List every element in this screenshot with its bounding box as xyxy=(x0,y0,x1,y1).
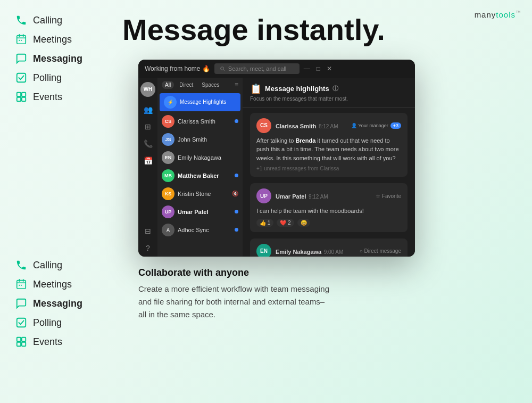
msg-time-clarissa: 8:12 AM xyxy=(319,124,338,129)
message-from-clarissa: CS Clarissa Smith 8:12 AM 👤 Your manager… xyxy=(256,118,401,133)
svg-rect-15 xyxy=(22,342,26,346)
avatar-kristin: KS xyxy=(162,187,174,200)
chat-name-john: John Smith xyxy=(178,136,238,143)
events-icon-top xyxy=(15,91,28,103)
window-controls[interactable]: — □ ✕ xyxy=(304,65,332,72)
checkbox-icon-top xyxy=(15,71,28,84)
messages-container: CS Clarissa Smith 8:12 AM 👤 Your manager… xyxy=(243,108,415,257)
avatar-emily: EN xyxy=(162,151,174,164)
avatar-umar: UP xyxy=(162,205,174,218)
calendar-app-icon[interactable]: 📅 xyxy=(144,157,153,165)
message-panel: 📋 Message highlights ⓘ Focus on the mess… xyxy=(243,78,415,257)
phone-icon xyxy=(15,14,28,27)
chat-item-umar[interactable]: UP Umar Patel xyxy=(157,203,243,221)
reaction-thumbs-umar[interactable]: 👍 1 xyxy=(256,219,273,227)
tab-spaces[interactable]: Spaces xyxy=(198,81,222,89)
mute-icon: 🔇 xyxy=(232,191,238,196)
avatar-adhoc: A xyxy=(162,224,174,236)
sidebar-item-messaging-bottom[interactable]: Messaging xyxy=(11,294,117,313)
sidebar-item-polling-top[interactable]: Polling xyxy=(11,68,117,87)
chat-item-emily[interactable]: EN Emily Nakagawa xyxy=(157,149,243,167)
calendar-icon-bottom xyxy=(15,278,28,291)
svg-point-2 xyxy=(21,40,22,41)
message-panel-title: 📋 Message highlights ⓘ xyxy=(250,83,408,95)
tab-direct[interactable]: Direct xyxy=(176,81,196,89)
app-window-title: Working from home 🔥 xyxy=(145,65,210,72)
chat-item-adhoc[interactable]: A Adhoc Sync xyxy=(157,221,243,239)
msg-body-umar: I can help the team with the moodboards! xyxy=(256,207,401,216)
grid-icon[interactable]: ⊟ xyxy=(145,227,151,235)
unread-dot-matthew xyxy=(235,174,238,177)
chat-name-clarissa: Clarissa Smith xyxy=(178,118,231,125)
logo-tm: ™ xyxy=(516,10,521,15)
avatar-icon[interactable]: WH xyxy=(140,82,155,97)
svg-rect-3 xyxy=(17,73,26,83)
filter-icon[interactable]: ≡ xyxy=(235,81,238,88)
apps-icon[interactable]: ⊞ xyxy=(145,122,151,131)
sidebar-item-meetings-top[interactable]: Meetings xyxy=(11,30,117,49)
chat-item-matthew[interactable]: MB Matthew Baker xyxy=(157,167,243,185)
msg-sender-emily: Emily Nakagawa xyxy=(276,249,321,255)
collab-title: Collaborate with anyone xyxy=(138,267,516,278)
svg-rect-13 xyxy=(22,338,26,341)
chat-tab-bar: All Direct Spaces ≡ xyxy=(157,78,243,92)
contacts-icon[interactable]: 👥 xyxy=(144,105,153,114)
chat-item-message-highlights[interactable]: ⚡ Message Highlights xyxy=(160,93,240,111)
sidebar-item-meetings-bottom[interactable]: Meetings xyxy=(11,275,117,294)
search-placeholder: Search, meet, and call xyxy=(228,65,286,72)
chat-item-clarissa[interactable]: CS Clarissa Smith xyxy=(157,112,243,130)
sidebar-label-events-top: Events xyxy=(33,92,62,103)
svg-point-9 xyxy=(19,285,20,286)
page-headline: Message instantly. xyxy=(122,13,516,46)
tab-all[interactable]: All xyxy=(162,81,174,89)
chat-name-adhoc: Adhoc Sync xyxy=(178,227,231,233)
avatar-highlights: ⚡ xyxy=(164,96,177,109)
logo-many: many xyxy=(475,10,496,19)
sidebar-label-polling-top: Polling xyxy=(33,72,62,84)
msg-sender-clarissa: Clarissa Smith xyxy=(276,123,316,129)
checkbox-icon-bottom xyxy=(15,316,28,329)
app-search-bar[interactable]: Search, meet, and call xyxy=(214,63,300,74)
msg-time-emily: 9:00 AM xyxy=(324,249,344,255)
message-from-emily: EN Emily Nakagawa 9:00 AM ○ Direct messa… xyxy=(256,244,401,257)
avatar-clarissa: CS xyxy=(162,115,174,128)
main-content: Message instantly. Working from home 🔥 S… xyxy=(117,0,532,403)
sidebar-item-events-top[interactable]: Events xyxy=(11,87,117,106)
msg-time-umar: 9:12 AM xyxy=(309,194,328,200)
chat-icon-top xyxy=(15,52,28,65)
chat-name-highlights: Message Highlights xyxy=(180,99,236,105)
help-icon[interactable]: ? xyxy=(146,244,150,252)
sidebar-label-meetings-top: Meetings xyxy=(33,34,72,45)
reaction-heart-umar[interactable]: ❤️ 2 xyxy=(277,219,294,227)
logo-tools: tools xyxy=(496,10,516,19)
chat-list: All Direct Spaces ≡ ⚡ Message Highlights… xyxy=(157,78,243,257)
chat-name-matthew: Matthew Baker xyxy=(178,172,231,179)
message-from-umar: UP Umar Patel 9:12 AM ☆ Favorite xyxy=(256,188,401,203)
calls-icon[interactable]: 📞 xyxy=(144,139,153,148)
sidebar-item-calling-bottom[interactable]: Calling xyxy=(11,256,117,275)
chat-item-kristin[interactable]: KS Kristin Stone 🔇 xyxy=(157,185,243,203)
sidebar-label-messaging-top: Messaging xyxy=(33,53,82,64)
msg-favorite-umar[interactable]: ☆ Favorite xyxy=(376,193,401,199)
sidebar-item-calling-top[interactable]: Calling xyxy=(11,11,117,30)
svg-point-1 xyxy=(19,40,20,41)
logo: manytools™ xyxy=(475,10,521,20)
sidebar-item-polling-bottom[interactable]: Polling xyxy=(11,313,117,332)
sidebar-item-events-bottom[interactable]: Events xyxy=(11,332,117,351)
unread-dot-adhoc xyxy=(235,228,238,232)
unread-dot-umar xyxy=(235,210,238,213)
svg-rect-14 xyxy=(17,342,21,346)
minimize-btn[interactable]: — xyxy=(304,65,310,72)
chat-name-kristin: Kristin Stone xyxy=(178,191,229,197)
msg-avatar-emily: EN xyxy=(256,244,271,257)
sidebar-item-messaging-top[interactable]: Messaging xyxy=(11,49,117,68)
msg-unread-clarissa: +1 unread messages from Clarissa xyxy=(256,166,401,171)
close-btn[interactable]: ✕ xyxy=(327,65,332,72)
maximize-btn[interactable]: □ xyxy=(317,65,320,72)
collab-description: Create a more efficient workflow with te… xyxy=(138,283,330,321)
avatar-john: JS xyxy=(162,133,174,146)
msg-badge-clarissa: 👤 Your manager +3 xyxy=(351,122,401,129)
reaction-smile-umar[interactable]: 😄 xyxy=(297,219,310,227)
message-card-emily: EN Emily Nakagawa 9:00 AM ○ Direct messa… xyxy=(250,238,408,257)
chat-item-john[interactable]: JS John Smith xyxy=(157,130,243,149)
